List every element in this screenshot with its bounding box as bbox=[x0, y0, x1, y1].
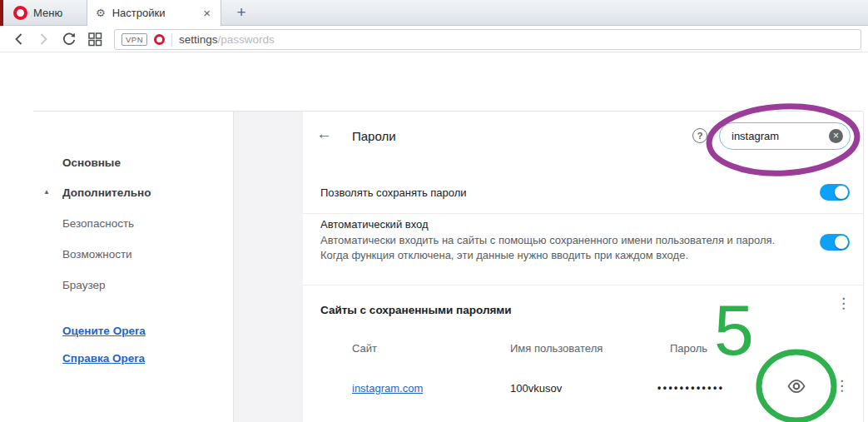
forward-icon bbox=[35, 31, 52, 47]
content-right-edge bbox=[863, 112, 864, 422]
auto-signin-title: Автоматический вход bbox=[320, 218, 807, 231]
url-path: settings bbox=[179, 33, 218, 46]
sidebar-link-help-opera[interactable]: Справка Opera bbox=[62, 352, 145, 365]
auto-signin-description-line1: Автоматически входить на сайты с помощью… bbox=[320, 233, 807, 248]
url-text[interactable]: settings/passwords bbox=[179, 33, 275, 46]
opera-menu-button[interactable]: Меню bbox=[7, 0, 69, 25]
allow-save-toggle[interactable] bbox=[820, 184, 850, 201]
column-header-username: Имя пользователя bbox=[510, 342, 603, 355]
sidebar-link-rate-opera[interactable]: Оцените Opera bbox=[62, 325, 146, 337]
site-link[interactable]: instagram.com bbox=[352, 382, 423, 395]
passwords-panel: ← Пароли ? × Позволять сохранять пароли … bbox=[303, 112, 863, 422]
sidebar-item-advanced[interactable]: Дополнительно bbox=[62, 186, 151, 199]
clear-search-icon[interactable]: × bbox=[829, 129, 843, 143]
gear-icon: ⚙ bbox=[96, 7, 106, 19]
tab-close-icon[interactable]: × bbox=[201, 6, 212, 20]
new-tab-button[interactable]: + bbox=[230, 0, 253, 25]
url-path-secondary: /passwords bbox=[218, 33, 275, 46]
password-search-input[interactable] bbox=[732, 130, 829, 142]
settings-page-header: Настройки bbox=[0, 52, 868, 112]
saved-sites-menu-icon[interactable]: ⋮ bbox=[836, 296, 851, 311]
section-divider bbox=[303, 285, 863, 285]
sidebar-item-basic[interactable]: Основные bbox=[62, 156, 121, 169]
show-password-eye-icon[interactable] bbox=[786, 376, 806, 396]
allow-save-label: Позволять сохранять пароли bbox=[320, 186, 467, 199]
help-icon[interactable]: ? bbox=[692, 128, 707, 143]
auto-signin-block: Автоматический вход Автоматически входит… bbox=[320, 218, 807, 263]
content-gutter bbox=[234, 112, 303, 422]
vpn-badge[interactable]: VPN bbox=[122, 33, 147, 46]
opera-settings-window: Меню ⚙ Настройки × + VPN s bbox=[0, 0, 868, 422]
saved-sites-title: Сайты с сохраненными паролями bbox=[320, 304, 512, 316]
navigation-bar: VPN settings/passwords bbox=[0, 27, 868, 52]
chevron-up-icon: ▲ bbox=[43, 188, 50, 196]
speed-dial-grid-icon[interactable] bbox=[87, 31, 103, 47]
row-divider bbox=[303, 213, 863, 214]
sidebar-item-browser[interactable]: Браузер bbox=[62, 279, 106, 291]
auto-signin-toggle[interactable] bbox=[820, 234, 850, 251]
title-bar: Меню ⚙ Настройки × + bbox=[0, 0, 868, 26]
opera-site-icon bbox=[154, 34, 165, 45]
column-header-site: Сайт bbox=[352, 342, 377, 355]
tab-title: Настройки bbox=[112, 7, 202, 19]
address-separator bbox=[171, 33, 172, 47]
row-menu-icon[interactable]: ⋮ bbox=[835, 379, 849, 394]
reload-icon[interactable] bbox=[61, 31, 77, 47]
opera-logo-icon bbox=[13, 6, 27, 20]
username-cell: 100vkusov bbox=[510, 382, 562, 395]
settings-sidebar: Основные ▲ Дополнительно Безопасность Во… bbox=[33, 112, 233, 422]
sidebar-item-features[interactable]: Возможности bbox=[62, 248, 132, 261]
back-arrow-icon[interactable]: ← bbox=[316, 125, 332, 143]
password-masked-cell: •••••••••••• bbox=[657, 382, 724, 394]
sidebar-item-security[interactable]: Безопасность bbox=[62, 217, 134, 230]
tab-settings[interactable]: ⚙ Настройки × bbox=[87, 0, 221, 26]
password-search-box[interactable]: × bbox=[719, 122, 851, 150]
passwords-title: Пароли bbox=[352, 129, 396, 143]
menu-button-label: Меню bbox=[33, 7, 62, 19]
column-header-password: Пароль bbox=[670, 342, 707, 355]
address-bar[interactable]: VPN settings/passwords bbox=[114, 29, 861, 50]
back-icon[interactable] bbox=[11, 31, 27, 47]
auto-signin-description-line2: Когда функция отключена, эти данные нужн… bbox=[320, 248, 807, 263]
window-edge-strip bbox=[0, 0, 3, 26]
